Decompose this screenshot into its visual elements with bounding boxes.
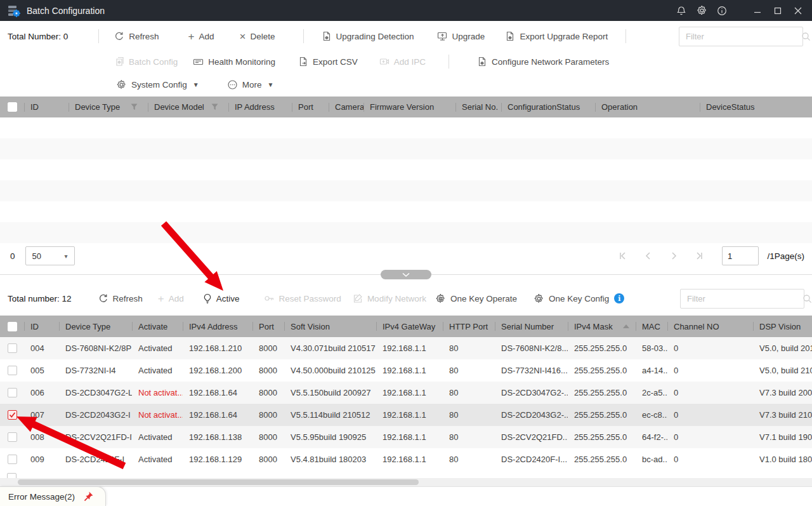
row-checkbox-005[interactable] <box>8 366 17 375</box>
table-row-005[interactable]: 005DS-7732NI-I4Activated192.168.1.200800… <box>0 359 812 382</box>
table-row-008[interactable]: 008DS-2CV2Q21FD-IWActivated192.168.1.138… <box>0 426 812 448</box>
add-ipc-button[interactable]: Add IPC <box>379 57 426 67</box>
row-checkbox-007[interactable] <box>8 410 17 420</box>
column-header-device-model[interactable]: Device Model <box>148 97 228 117</box>
reset-password-button[interactable]: Reset Password <box>264 293 341 303</box>
column-header-device-type[interactable]: Device Type <box>59 316 132 337</box>
refresh-button-bottom[interactable]: Refresh <box>98 293 143 303</box>
row-checkbox[interactable] <box>7 473 16 478</box>
row-checkbox-004[interactable] <box>8 343 17 353</box>
refresh-button[interactable]: Refresh <box>114 31 159 41</box>
splitter-drag-handle[interactable] <box>381 270 431 279</box>
upgrading-detection-button[interactable]: Upgrading Detection <box>322 31 414 41</box>
page-number-input[interactable] <box>722 246 759 265</box>
previous-page-button[interactable] <box>643 251 653 261</box>
last-page-button[interactable] <box>694 251 704 261</box>
active-button[interactable]: Active <box>203 293 240 304</box>
column-header-serial-number[interactable]: Serial Number <box>495 316 568 337</box>
table-row-004[interactable]: 004DS-7608NI-K2/8PActivated192.168.1.210… <box>0 337 812 359</box>
modify-network-button[interactable]: Modify Network <box>353 293 426 303</box>
one-key-config-button[interactable]: One Key Config <box>534 293 609 304</box>
search-icon <box>801 32 811 41</box>
column-header-channel-no[interactable]: Channel NO <box>667 316 753 337</box>
column-header-device-type[interactable]: Device Type <box>69 97 148 117</box>
header-select-all-checkbox[interactable] <box>8 322 17 331</box>
column-header-camera[interactable]: Camera <box>329 97 363 117</box>
about-info-icon[interactable] <box>712 0 732 21</box>
pushpin-icon[interactable] <box>82 491 94 502</box>
cell-http-port: 80 <box>443 337 495 359</box>
column-header-configurationstatus[interactable]: ConfigurationStatus <box>501 97 595 117</box>
minimize-button[interactable] <box>747 0 768 21</box>
filter-funnel-icon[interactable] <box>211 103 218 110</box>
error-message-tab[interactable]: Error Message(2) <box>0 486 106 506</box>
filter-funnel-icon[interactable] <box>131 103 138 110</box>
add-button[interactable]: + Add <box>188 31 214 42</box>
export-csv-button[interactable]: Export CSV <box>298 57 358 67</box>
column-label: ID <box>30 322 39 331</box>
column-header-http-port[interactable]: HTTP Port <box>443 316 495 337</box>
cell-http-port: 80 <box>443 382 495 404</box>
column-header-ip-address[interactable]: IP Address <box>228 97 292 117</box>
document-gear-icon <box>477 57 487 67</box>
page-size-select[interactable]: 50 ▾ <box>25 246 75 265</box>
cell-ipv4-gateway: 192.168.1.1 <box>376 426 443 448</box>
cell-ipv4-gateway: 192.168.1.1 <box>376 404 443 426</box>
bottom-filter-input[interactable] <box>681 290 802 308</box>
cell-dsp-vision: V1.0 build 180 <box>753 448 812 470</box>
info-badge-icon[interactable]: i <box>614 293 624 303</box>
cell-soft-vision: V5.5.95build 190925 <box>284 426 376 448</box>
column-header-dsp-vision[interactable]: DSP Vision <box>753 316 812 337</box>
column-header-devicestatus[interactable]: DeviceStatus <box>700 97 812 117</box>
row-checkbox-008[interactable] <box>8 432 17 442</box>
settings-gear-icon[interactable] <box>691 0 712 21</box>
column-header-firmware-version[interactable]: Firmware Version <box>363 97 455 117</box>
delete-button[interactable]: × Delete <box>240 31 275 42</box>
next-page-button[interactable] <box>669 251 679 261</box>
app-logo-icon <box>8 4 20 17</box>
row-checkbox-006[interactable] <box>8 388 17 397</box>
row-checkbox-009[interactable] <box>8 455 17 464</box>
table-row-007[interactable]: 007DS-2CD2043G2-INot activat...192.168.1… <box>0 404 812 426</box>
column-header-port[interactable]: Port <box>252 316 284 337</box>
system-config-dropdown[interactable]: System Config ▼ <box>116 79 199 90</box>
column-header-port[interactable]: Port <box>292 97 329 117</box>
cell-id: 009 <box>24 448 59 470</box>
more-dropdown[interactable]: More ▼ <box>227 79 274 90</box>
cell-ipv4-mask: 255.255.255.0 <box>568 359 636 382</box>
column-header-soft-vision[interactable]: Soft Vision <box>284 316 376 337</box>
horizontal-scrollbar[interactable] <box>0 478 812 486</box>
cell-mac: a4-14... <box>636 359 667 382</box>
add-button-bottom[interactable]: + Add <box>158 293 184 304</box>
top-filter-input[interactable] <box>679 27 801 46</box>
one-key-operate-button[interactable]: One Key Operate <box>435 293 517 304</box>
column-header-ipv4-address[interactable]: IPv4 Address <box>183 316 252 337</box>
column-header-serial-no[interactable]: Serial No. <box>455 97 501 117</box>
scrollbar-thumb[interactable] <box>18 479 419 485</box>
table-row-006[interactable]: 006DS-2CD3047G2-LSNot activat...192.168.… <box>0 382 812 404</box>
upgrade-button[interactable]: Upgrade <box>437 31 485 41</box>
checkbox-cell <box>0 388 24 397</box>
column-header-ipv4-mask[interactable]: IPv4 Mask <box>568 316 636 337</box>
cell-activate: Not activat... <box>132 382 183 404</box>
cell-device-type: DS-2CV2Q21FD-IW <box>59 426 132 448</box>
configure-network-parameters-button[interactable]: Configure Network Parameters <box>477 57 609 67</box>
notification-bell-icon[interactable] <box>671 0 691 21</box>
column-header-id[interactable]: ID <box>24 316 59 337</box>
close-button[interactable] <box>788 0 808 21</box>
column-label: IPv4 Address <box>189 322 238 331</box>
checkbox-cell <box>0 455 24 464</box>
column-header-operation[interactable]: Operation <box>595 97 700 117</box>
table-row-009[interactable]: 009DS-2CD2420F-IActivated192.168.1.12980… <box>0 448 812 470</box>
column-header-activate[interactable]: Activate <box>132 316 183 337</box>
maximize-button[interactable] <box>768 0 788 21</box>
column-header-id[interactable]: ID <box>24 97 69 117</box>
export-upgrade-report-button[interactable]: Export Upgrade Report <box>505 31 608 41</box>
header-select-all-checkbox[interactable] <box>8 102 17 112</box>
column-header-mac[interactable]: MAC <box>636 316 667 337</box>
batch-config-button[interactable]: Batch Config <box>114 57 178 67</box>
column-header-ipv4-gateway[interactable]: IPv4 GateWay <box>376 316 443 337</box>
health-monitoring-button[interactable]: Health Monitoring <box>193 57 275 67</box>
monitor-up-icon <box>437 31 448 41</box>
first-page-button[interactable] <box>618 251 628 261</box>
